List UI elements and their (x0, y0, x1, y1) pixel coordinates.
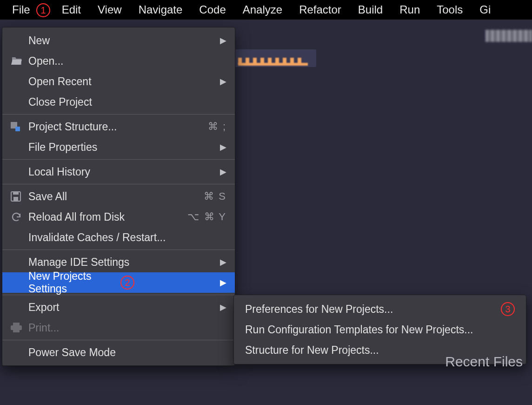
menu-local-history-label: Local History (28, 166, 220, 178)
menubar-file[interactable]: File 1 (4, 0, 53, 19)
workspace: New ▶ Open... Open Recent ▶ Close Projec… (0, 20, 532, 405)
recent-files-heading: Recent Files (445, 354, 523, 370)
svg-rect-7 (13, 329, 20, 332)
submenu-run-config[interactable]: Run Configuration Templates for New Proj… (234, 319, 526, 340)
right-panel: Recent Files (445, 354, 523, 391)
save-icon (11, 191, 28, 202)
menu-print-label: Print... (28, 322, 226, 334)
reload-icon (11, 211, 28, 223)
menubar: File 1 Edit View Navigate Code Analyze R… (0, 0, 532, 20)
menu-export-label: Export (28, 301, 220, 314)
menu-open-recent-label: Open Recent (28, 75, 220, 88)
menu-divider (2, 340, 235, 340)
menubar-tools[interactable]: Tools (428, 0, 471, 19)
menu-power-save-mode[interactable]: Power Save Mode (2, 342, 235, 363)
menu-manage-ide-settings[interactable]: Manage IDE Settings ▶ (2, 252, 235, 272)
menu-save-all[interactable]: Save All ⌘ S (2, 186, 235, 207)
menu-manage-ide-label: Manage IDE Settings (28, 256, 220, 269)
blurred-ruler-region (233, 49, 316, 67)
menubar-build[interactable]: Build (350, 0, 391, 19)
shortcut-project-structure: ⌘ ; (208, 121, 226, 133)
chevron-right-icon: ▶ (220, 257, 226, 267)
print-icon (11, 323, 28, 333)
menu-divider (2, 250, 235, 250)
menubar-navigate[interactable]: Navigate (130, 0, 191, 19)
shortcut-reload-all: ⌥ ⌘ Y (187, 211, 226, 223)
menu-export[interactable]: Export ▶ (2, 297, 235, 317)
menu-divider (2, 114, 235, 115)
blurred-region-top-right (485, 30, 532, 42)
svg-rect-3 (13, 192, 19, 195)
menu-reload-all-label: Reload All from Disk (28, 211, 187, 223)
svg-rect-1 (15, 127, 20, 131)
menu-project-structure[interactable]: Project Structure... ⌘ ; (2, 116, 235, 137)
menu-new-label: New (28, 34, 220, 47)
chevron-right-icon: ▶ (220, 142, 226, 152)
menu-open-recent[interactable]: Open Recent ▶ (2, 71, 235, 92)
menu-file-properties[interactable]: File Properties ▶ (2, 137, 235, 157)
chevron-right-icon: ▶ (220, 167, 226, 177)
menu-invalidate-label: Invalidate Caches / Restart... (28, 231, 226, 244)
menubar-refactor[interactable]: Refactor (291, 0, 350, 19)
submenu-preferences-label: Preferences for New Projects... (245, 303, 495, 316)
project-structure-icon (11, 122, 28, 131)
chevron-right-icon: ▶ (220, 35, 226, 46)
menubar-analyze[interactable]: Analyze (234, 0, 291, 19)
menu-reload-all[interactable]: Reload All from Disk ⌥ ⌘ Y (2, 207, 235, 227)
annotation-2: 2 (120, 276, 134, 290)
annotation-1: 1 (36, 3, 50, 17)
chevron-right-icon: ▶ (220, 302, 226, 312)
chevron-right-icon: ▶ (220, 76, 226, 87)
menubar-run[interactable]: Run (391, 0, 428, 19)
shortcut-save-all: ⌘ S (204, 190, 226, 202)
submenu-run-config-label: Run Configuration Templates for New Proj… (245, 324, 515, 336)
menu-new-projects-settings[interactable]: New Projects Settings 2 ▶ (2, 272, 235, 293)
menubar-git[interactable]: Gi (471, 0, 491, 19)
menubar-file-label: File (12, 3, 30, 16)
folder-open-icon (11, 56, 28, 66)
menu-save-all-label: Save All (28, 190, 204, 203)
menu-open[interactable]: Open... (2, 51, 235, 71)
annotation-3: 3 (501, 302, 515, 316)
menu-local-history[interactable]: Local History ▶ (2, 162, 235, 182)
chevron-right-icon: ▶ (220, 277, 226, 288)
file-menu: New ▶ Open... Open Recent ▶ Close Projec… (2, 27, 235, 366)
menu-new-projects-settings-label: New Projects Settings (28, 270, 114, 295)
menu-divider (2, 184, 235, 184)
menu-project-structure-label: Project Structure... (28, 121, 208, 133)
menu-power-save-label: Power Save Mode (28, 346, 226, 359)
menu-file-properties-label: File Properties (28, 141, 220, 154)
svg-rect-5 (13, 323, 20, 325)
menubar-edit[interactable]: Edit (53, 0, 89, 19)
menu-close-project[interactable]: Close Project (2, 92, 235, 112)
menu-open-label: Open... (28, 55, 226, 68)
menubar-code[interactable]: Code (191, 0, 234, 19)
menu-divider (2, 159, 235, 160)
menu-print: Print... (2, 317, 235, 338)
menu-new[interactable]: New ▶ (2, 30, 235, 51)
menu-invalidate-caches[interactable]: Invalidate Caches / Restart... (2, 227, 235, 248)
menu-close-project-label: Close Project (28, 96, 226, 108)
svg-rect-4 (13, 197, 18, 201)
menubar-view[interactable]: View (89, 0, 130, 19)
submenu-preferences[interactable]: Preferences for New Projects... 3 (234, 299, 526, 319)
